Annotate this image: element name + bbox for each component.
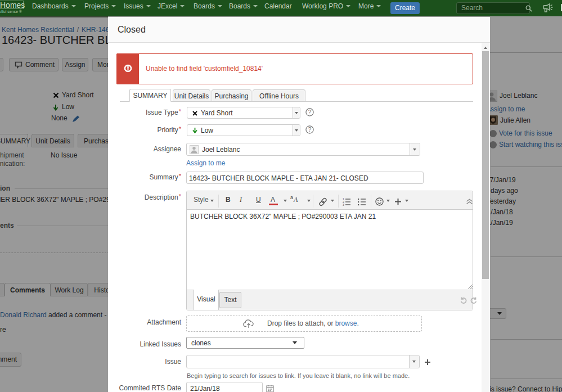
svg-text:3: 3 [343,203,344,206]
svg-text:?: ? [308,127,312,133]
svg-text:?: ? [308,109,312,115]
